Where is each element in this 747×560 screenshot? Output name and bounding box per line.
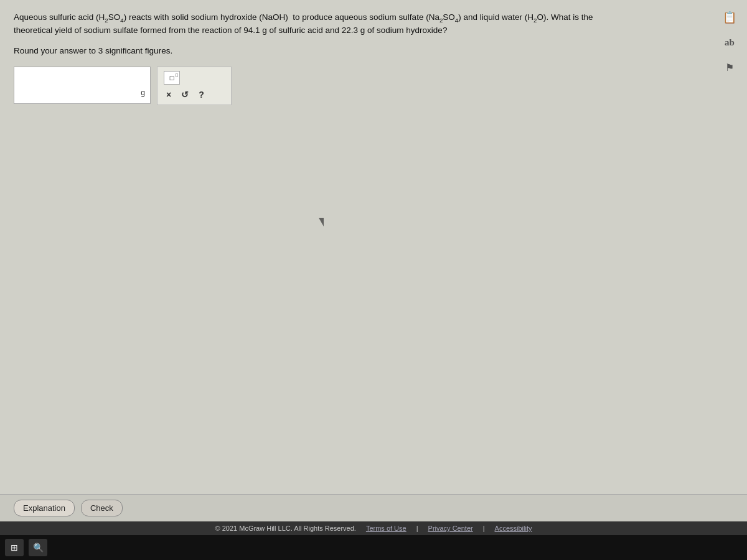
notes-icon[interactable]: 📋: [721, 9, 738, 26]
round-note: Round your answer to 3 significant figur…: [14, 46, 733, 55]
toolbar-box: □ □ × ↺ ?: [157, 67, 232, 105]
check-button[interactable]: Check: [81, 500, 123, 516]
privacy-link[interactable]: Privacy Center: [428, 525, 473, 532]
answer-input-box: g: [14, 67, 151, 104]
accessibility-link[interactable]: Accessibility: [495, 525, 532, 532]
cursor: [319, 218, 324, 226]
copyright-text: © 2021 McGraw Hill LLC. All Rights Reser…: [215, 525, 356, 532]
copyright-bar: © 2021 McGraw Hill LLC. All Rights Reser…: [0, 521, 747, 535]
superscript-button[interactable]: □ □: [164, 71, 180, 85]
explanation-button[interactable]: Explanation: [14, 500, 75, 516]
answer-row: g □ □ × ↺ ?: [14, 67, 733, 105]
answer-input[interactable]: [19, 80, 141, 90]
undo-button[interactable]: ↺: [179, 88, 191, 101]
toolbar-top: □ □: [164, 71, 225, 85]
main-content: Aqueous sulfuric acid (H2SO4) reacts wit…: [0, 0, 747, 535]
taskbar-search-button[interactable]: 🔍: [29, 539, 47, 556]
help-button[interactable]: ?: [196, 88, 207, 101]
right-sidebar: 📋 ab ⚑: [721, 9, 738, 76]
unit-label: g: [141, 88, 145, 97]
question-area: Aqueous sulfuric acid (H2SO4) reacts wit…: [0, 0, 747, 494]
clear-button[interactable]: ×: [164, 88, 174, 101]
taskbar: ⊞ 🔍: [0, 535, 747, 560]
question-text: Aqueous sulfuric acid (H2SO4) reacts wit…: [14, 11, 733, 37]
toolbar-actions: × ↺ ?: [164, 88, 225, 101]
taskbar-windows-button[interactable]: ⊞: [5, 539, 24, 556]
text-icon[interactable]: ab: [721, 34, 738, 51]
terms-link[interactable]: Terms of Use: [366, 525, 406, 532]
flag-icon[interactable]: ⚑: [721, 58, 738, 76]
footer-bar: Explanation Check: [0, 494, 747, 521]
